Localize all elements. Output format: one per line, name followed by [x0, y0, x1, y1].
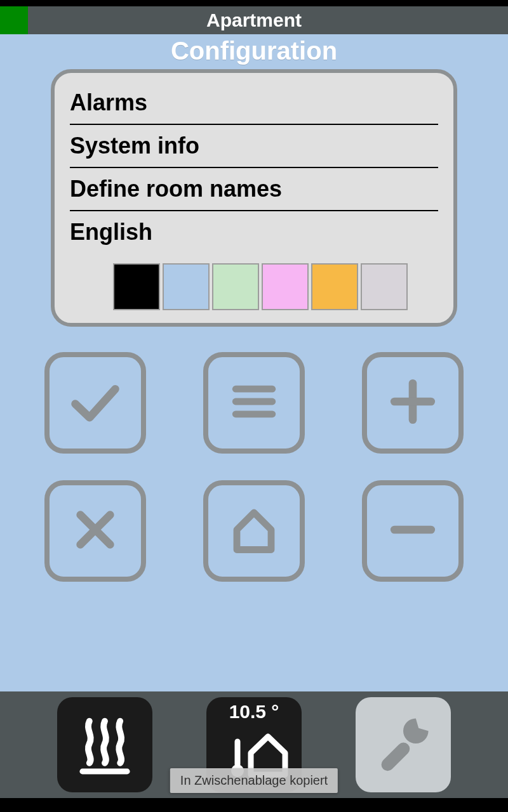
svg-rect-11 [378, 740, 412, 773]
menu-icon [225, 373, 283, 433]
menu-item-define-room-names[interactable]: Define room names [70, 168, 438, 210]
minus-icon [384, 501, 441, 561]
heating-button[interactable] [57, 697, 152, 792]
heating-icon [70, 709, 140, 781]
section-title: Configuration [171, 37, 337, 65]
configuration-card: Alarms System info Define room names Eng… [51, 69, 457, 327]
settings-button[interactable] [356, 697, 451, 792]
wrench-icon [368, 709, 438, 781]
cancel-button[interactable] [44, 480, 146, 582]
swatch-orange[interactable] [311, 263, 358, 310]
swatch-grey[interactable] [361, 263, 408, 310]
theme-swatches [113, 263, 438, 310]
minus-button[interactable] [362, 480, 464, 582]
menu-item-alarms[interactable]: Alarms [70, 82, 438, 124]
toast: In Zwischenablage kopiert [170, 768, 338, 793]
temperature-value: 10.5 ° [206, 701, 302, 723]
page-title: Apartment [0, 10, 508, 31]
main-area: Configuration Alarms System info Define … [0, 34, 508, 691]
app-screen: Apartment Configuration Alarms System in… [0, 0, 508, 812]
menu-item-language[interactable]: English [70, 211, 438, 253]
close-icon [67, 501, 124, 561]
swatch-green[interactable] [212, 263, 259, 310]
swatch-blue[interactable] [163, 263, 210, 310]
home-icon [225, 501, 283, 561]
confirm-button[interactable] [44, 352, 146, 454]
menu-item-system-info[interactable]: System info [70, 125, 438, 167]
button-grid [44, 352, 464, 582]
menu-button[interactable] [203, 352, 305, 454]
titlebar: Apartment [0, 6, 508, 34]
home-button[interactable] [203, 480, 305, 582]
plus-button[interactable] [362, 352, 464, 454]
check-icon [67, 373, 124, 433]
swatch-black[interactable] [113, 263, 160, 310]
toast-text: In Zwischenablage kopiert [180, 773, 328, 787]
swatch-pink[interactable] [262, 263, 309, 310]
plus-icon [384, 373, 441, 433]
